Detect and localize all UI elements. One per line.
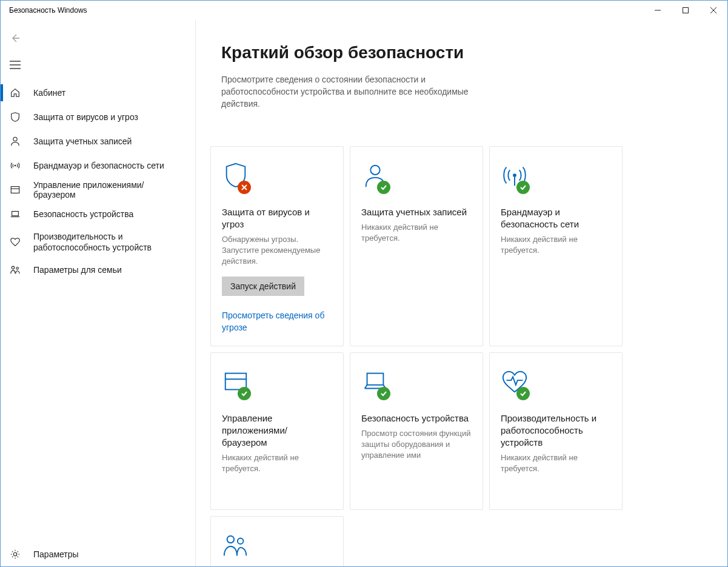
card-title: Брандмауэр и безопасность сети (501, 206, 611, 230)
card-desc: Никаких действий не требуется. (222, 452, 332, 474)
sidebar-item-family[interactable]: Параметры для семьи (1, 258, 195, 282)
sidebar-item-account[interactable]: Защита учетных записей (1, 129, 195, 153)
nav: Кабинет Защита от вирусов и угроз Защита… (1, 81, 195, 542)
status-badge-ok (516, 387, 530, 400)
sidebar-top (1, 20, 195, 81)
sidebar-item-label: Параметры для семьи (33, 265, 122, 275)
close-icon (710, 7, 716, 13)
sidebar-item-firewall[interactable]: Брандмауэр и безопасность сети (1, 153, 195, 178)
svg-point-7 (13, 137, 17, 141)
card-title: Безопасность устройства (361, 412, 472, 424)
minimize-button[interactable] (644, 1, 672, 20)
sidebar: Кабинет Защита от вирусов и угроз Защита… (1, 20, 196, 566)
svg-rect-11 (12, 212, 19, 216)
window-controls (644, 1, 727, 20)
sidebar-item-label: Производительность и работоспособность у… (33, 231, 185, 253)
gear-icon (9, 548, 21, 560)
minimize-icon (655, 7, 661, 13)
app-window-icon (9, 184, 21, 196)
card-title: Управление приложениями/браузером (222, 412, 332, 449)
sidebar-item-label: Защита учетных записей (33, 136, 132, 146)
card-desc: Никаких действий не требуется. (501, 452, 611, 474)
card-title: Производительность и работоспособность у… (501, 412, 611, 449)
sidebar-item-home[interactable]: Кабинет (1, 81, 195, 105)
sidebar-item-virus[interactable]: Защита от вирусов и угроз (1, 105, 195, 129)
card-health[interactable]: Производительность и работоспособность у… (489, 352, 623, 510)
sidebar-item-appbrowser[interactable]: Управление приложениями/браузером (1, 178, 195, 202)
svg-point-14 (13, 552, 16, 555)
hamburger-icon (10, 61, 21, 69)
sidebar-item-health[interactable]: Производительность и работоспособность у… (1, 226, 195, 258)
maximize-icon (683, 7, 689, 13)
card-firewall[interactable]: Брандмауэр и безопасность сети Никаких д… (489, 146, 623, 346)
card-icon (222, 161, 253, 193)
sidebar-item-label: Кабинет (33, 88, 65, 98)
home-icon (9, 87, 21, 99)
sidebar-item-device[interactable]: Безопасность устройства (1, 202, 195, 226)
page-title: Краткий обзор безопасности (196, 43, 727, 62)
sidebar-item-label: Управление приложениями/браузером (33, 180, 185, 200)
family-icon (9, 264, 21, 276)
status-badge-ok (238, 387, 251, 400)
card-icon (222, 531, 253, 563)
cards-grid: Защита от вирусов и угроз Обнаружены угр… (196, 118, 727, 566)
body: Кабинет Защита от вирусов и угроз Защита… (1, 20, 727, 566)
svg-point-8 (15, 165, 16, 167)
svg-rect-1 (683, 8, 689, 13)
sidebar-footer: Параметры (1, 542, 195, 566)
laptop-icon (9, 208, 21, 220)
svg-rect-9 (11, 187, 19, 193)
svg-point-13 (16, 267, 19, 270)
window: Безопасность Windows (0, 0, 728, 567)
card-icon (361, 161, 393, 193)
card-icon (222, 367, 253, 399)
person-icon (9, 135, 21, 147)
card-family[interactable]: Параметры для семьи (210, 516, 344, 566)
sidebar-item-label: Брандмауэр и безопасность сети (33, 161, 164, 170)
hamburger-button[interactable] (1, 53, 30, 77)
close-button[interactable] (700, 1, 727, 20)
family-icon (222, 531, 250, 559)
run-actions-button[interactable]: Запуск действий (222, 277, 304, 296)
status-badge-ok (377, 387, 390, 400)
svg-point-12 (12, 266, 15, 269)
card-device[interactable]: Безопасность устройства Просмотр состоян… (350, 352, 483, 510)
card-desc: Никаких действий не требуется. (501, 234, 611, 256)
antenna-icon (9, 159, 21, 172)
card-title: Защита от вирусов и угроз (222, 206, 332, 230)
card-desc: Обнаружены угрозы. Запустите рекомендуем… (222, 234, 332, 267)
card-title: Защита учетных записей (361, 206, 472, 218)
sidebar-item-label: Параметры (33, 549, 79, 559)
window-title: Безопасность Windows (1, 6, 87, 15)
card-account[interactable]: Защита учетных записей Никаких действий … (350, 146, 483, 346)
page-subtitle: Просмотрите сведения о состоянии безопас… (196, 73, 511, 110)
status-badge-error (238, 181, 251, 194)
shield-icon (9, 111, 21, 123)
sidebar-item-label: Защита от вирусов и угроз (33, 112, 138, 122)
main-inner: Краткий обзор безопасности Просмотрите с… (196, 20, 727, 566)
card-icon (501, 161, 532, 193)
card-icon (501, 367, 532, 399)
back-icon (10, 33, 21, 44)
heart-icon (9, 236, 21, 248)
svg-point-24 (238, 538, 244, 545)
card-desc: Просмотр состояния функций защиты оборуд… (361, 428, 472, 461)
titlebar: Безопасность Windows (1, 1, 727, 20)
maximize-button[interactable] (672, 1, 700, 20)
sidebar-item-settings[interactable]: Параметры (1, 542, 195, 566)
svg-point-23 (227, 536, 235, 543)
sidebar-item-label: Безопасность устройства (33, 209, 133, 219)
card-icon (361, 367, 393, 399)
svg-point-17 (370, 166, 379, 175)
card-desc: Никаких действий не требуется. (361, 222, 472, 244)
main[interactable]: Краткий обзор безопасности Просмотрите с… (196, 20, 727, 566)
status-badge-ok (377, 181, 390, 194)
card-virus[interactable]: Защита от вирусов и угроз Обнаружены угр… (210, 146, 344, 346)
card-appbrowser[interactable]: Управление приложениями/браузером Никаки… (210, 352, 344, 510)
svg-rect-22 (367, 374, 384, 385)
svg-point-18 (513, 173, 516, 177)
back-button[interactable] (1, 26, 30, 50)
status-badge-ok (516, 181, 530, 194)
view-threat-link[interactable]: Просмотреть сведения об угрозе (222, 309, 332, 334)
